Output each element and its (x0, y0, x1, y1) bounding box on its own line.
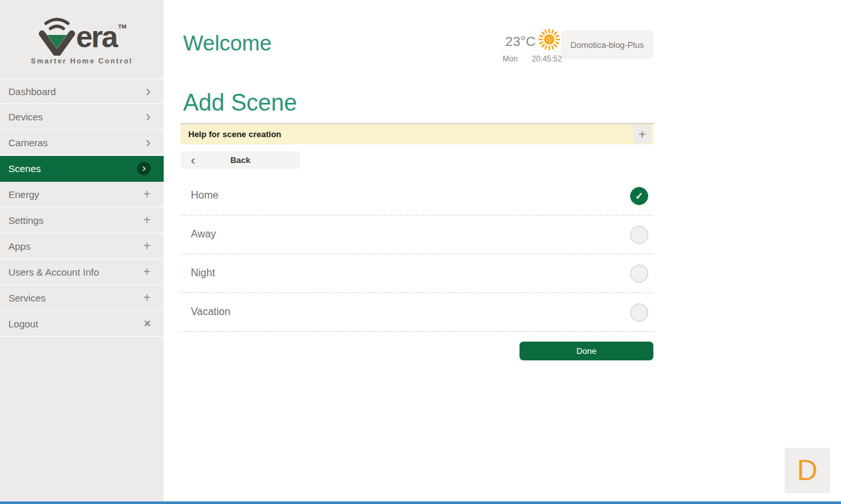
avatar-initial: D (797, 454, 818, 487)
scene-mode-list: Home ✓ Away Night Vacation (180, 177, 653, 332)
chevron-right-icon: › (146, 137, 151, 148)
help-accordion-header[interactable]: Help for scene creation + (180, 123, 653, 144)
expand-plus-icon[interactable]: + (633, 126, 651, 143)
scene-row-home[interactable]: Home ✓ (180, 177, 653, 215)
plus-icon: + (143, 214, 151, 226)
vera-trademark: TM (118, 23, 127, 30)
sidebar-item-label: Cameras (8, 137, 48, 148)
sidebar-item-settings[interactable]: Settings + (0, 208, 164, 234)
sidebar-item-label: Apps (8, 241, 30, 252)
chevron-right-icon: › (146, 111, 151, 122)
page-greeting: Welcome (183, 31, 272, 56)
sidebar-item-cameras[interactable]: Cameras › (0, 130, 164, 156)
radio-selected-icon[interactable]: ✓ (630, 187, 648, 205)
chevron-right-icon: › (146, 86, 151, 96)
sidebar-item-services[interactable]: Services + (0, 285, 164, 311)
sidebar-item-label: Dashboard (8, 86, 56, 97)
plus-icon: + (143, 291, 151, 304)
temperature-value: 23°C (505, 34, 536, 49)
sidebar: era TM Smarter Home Control Dashboard › … (0, 0, 164, 504)
sidebar-item-scenes[interactable]: Scenes › (0, 156, 164, 182)
scene-label: Night (191, 267, 215, 279)
sidebar-item-users-account-info[interactable]: Users & Account Info + (0, 259, 164, 285)
sidebar-item-dashboard[interactable]: Dashboard › (0, 78, 164, 104)
sidebar-item-devices[interactable]: Devices › (0, 104, 164, 130)
vera-logo-text: era (76, 23, 116, 52)
scene-label: Vacation (191, 306, 230, 318)
plus-icon: + (143, 239, 151, 252)
status-cluster: 23°C Mon 2 (369, 28, 653, 74)
scene-label: Away (191, 228, 216, 240)
page-title: Add Scene (183, 89, 297, 116)
sidebar-item-label: Devices (8, 111, 43, 122)
sidebar-item-label: Energy (8, 189, 39, 200)
chevron-left-icon: ‹ (191, 153, 195, 167)
vera-logo: era TM Smarter Home Control (0, 0, 164, 78)
scene-row-night[interactable]: Night (180, 254, 653, 293)
sidebar-item-label: Logout (8, 318, 38, 329)
radio-unselected-icon[interactable] (630, 226, 648, 244)
day-label: Mon (503, 54, 518, 63)
scene-row-away[interactable]: Away (180, 215, 653, 254)
sidebar-item-label: Settings (8, 215, 43, 226)
sidebar-item-label: Users & Account Info (8, 267, 99, 278)
radio-unselected-icon[interactable] (630, 265, 648, 283)
back-button[interactable]: ‹ Back (180, 151, 300, 169)
plus-icon: + (143, 188, 151, 201)
sidebar-item-energy[interactable]: Energy + (0, 182, 164, 208)
time-label: 20:45:52 (532, 54, 562, 63)
sidebar-item-apps[interactable]: Apps + (0, 234, 164, 259)
controller-selector-button[interactable]: Domotica-blog-Plus (561, 30, 653, 59)
sidebar-item-label: Scenes (8, 163, 41, 174)
scene-row-vacation[interactable]: Vacation (180, 293, 653, 332)
sidebar-item-label: Services (8, 292, 46, 303)
radio-unselected-icon[interactable] (630, 303, 648, 322)
footer-accent-bar (0, 501, 841, 504)
back-button-label: Back (230, 155, 250, 165)
help-label: Help for scene creation (188, 129, 281, 139)
vera-tagline: Smarter Home Control (31, 57, 133, 65)
avatar[interactable]: D (785, 448, 830, 493)
vera-v-icon (37, 14, 77, 56)
scene-label: Home (191, 190, 219, 201)
plus-icon: + (143, 265, 151, 278)
chevron-right-circle-icon: › (137, 162, 151, 175)
close-icon: × (144, 318, 151, 329)
sidebar-nav: Dashboard › Devices › Cameras › Scenes ›… (0, 78, 164, 337)
main-content: Welcome 23°C (180, 0, 653, 504)
done-button[interactable]: Done (519, 342, 653, 360)
sun-icon (538, 28, 560, 50)
sidebar-item-logout[interactable]: Logout × (0, 311, 164, 337)
